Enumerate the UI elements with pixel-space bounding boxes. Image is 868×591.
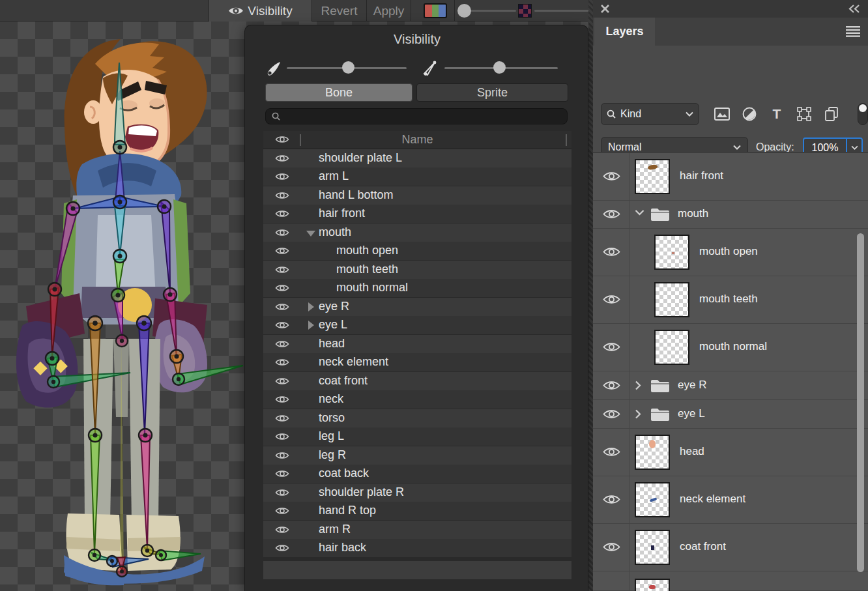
layer-row[interactable]: coat front (593, 524, 868, 571)
layer-thumbnail[interactable] (654, 282, 689, 317)
collapse-triangle-icon[interactable] (308, 321, 314, 330)
visibility-eye-icon[interactable] (275, 265, 289, 274)
bone-row[interactable]: coat front (263, 372, 571, 390)
bone-row[interactable]: mouth open (263, 242, 571, 260)
bone-row[interactable]: leg L (263, 427, 571, 446)
bone-row[interactable]: shoulder plate R (263, 483, 571, 502)
filter-toggle[interactable] (858, 103, 868, 125)
layer-row[interactable]: mouth normal (593, 324, 868, 371)
visibility-tab-button[interactable]: Visibility (209, 0, 311, 22)
visibility-eye-icon[interactable] (275, 283, 289, 293)
visibility-eye-icon[interactable] (275, 488, 289, 497)
layer-group-row[interactable]: eye R (593, 371, 868, 400)
layer-visibility-toggle[interactable] (593, 371, 630, 399)
visibility-eye-icon[interactable] (275, 543, 289, 553)
layer-visibility-toggle[interactable] (593, 571, 630, 590)
visibility-eye-icon[interactable] (275, 228, 289, 237)
visibility-eye-icon[interactable] (275, 191, 289, 200)
layer-row[interactable]: hair front (593, 153, 868, 201)
layer-visibility-toggle[interactable] (593, 476, 630, 523)
filter-pixel-layers-icon[interactable] (713, 106, 731, 123)
layers-scrollbar[interactable] (857, 233, 864, 572)
bone-row[interactable]: head (263, 335, 571, 353)
filter-adjustment-layers-icon[interactable] (740, 106, 759, 123)
expand-triangle-open-icon[interactable] (306, 231, 315, 237)
bone-row[interactable]: mouth teeth (263, 261, 571, 279)
bone-row[interactable]: neck (263, 390, 571, 409)
filter-shape-layers-icon[interactable] (795, 106, 813, 123)
collapse-triangle-icon[interactable] (308, 302, 314, 311)
visibility-eye-icon[interactable] (275, 451, 289, 460)
toolbar-pattern-swatch[interactable] (518, 4, 532, 18)
close-icon[interactable] (601, 5, 609, 13)
layer-thumbnail[interactable] (635, 159, 670, 194)
toolbar-slider-1-knob[interactable] (457, 4, 471, 18)
layer-thumbnail[interactable] (654, 235, 689, 270)
toolbar-slider-2-track[interactable] (534, 10, 591, 12)
bone-row[interactable]: hair front (263, 205, 571, 223)
bone-row[interactable]: shoulder plate L (263, 149, 571, 167)
bone-row[interactable]: hair back (263, 539, 571, 557)
apply-button[interactable]: Apply (367, 0, 411, 22)
visibility-eye-icon[interactable] (275, 246, 289, 255)
group-collapsed-chevron-icon[interactable] (635, 381, 641, 390)
tab-sprite[interactable]: Sprite (416, 83, 568, 102)
tab-layers[interactable]: Layers (594, 18, 655, 46)
layer-thumbnail[interactable] (635, 482, 670, 517)
visibility-eye-icon[interactable] (275, 525, 289, 534)
visibility-eye-icon[interactable] (275, 302, 289, 311)
layer-visibility-toggle[interactable] (593, 229, 630, 276)
visibility-eye-icon[interactable] (275, 432, 289, 441)
layer-group-row[interactable]: eye L (593, 400, 868, 429)
search-field[interactable] (265, 108, 568, 124)
layer-thumbnail[interactable] (635, 435, 670, 470)
visibility-eye-icon[interactable] (275, 377, 289, 386)
bone-row[interactable]: mouth (263, 223, 571, 242)
layer-row[interactable]: mouth open (593, 229, 868, 276)
layer-visibility-toggle[interactable] (593, 201, 630, 228)
layer-row[interactable]: head (593, 429, 868, 476)
bone-row[interactable]: eye R (263, 298, 571, 316)
layer-visibility-toggle[interactable] (593, 276, 630, 323)
layer-row[interactable]: neck element (593, 476, 868, 524)
layer-row[interactable]: mouth teeth (593, 276, 868, 324)
layer-thumbnail[interactable] (635, 530, 670, 565)
layer-thumbnail[interactable] (654, 330, 689, 365)
bone-row[interactable]: arm L (263, 167, 571, 186)
bone-size-slider-knob[interactable] (342, 61, 354, 74)
filter-smart-objects-icon[interactable] (822, 106, 841, 123)
toolbar-slider-1-track[interactable] (464, 10, 516, 12)
visibility-eye-icon[interactable] (275, 469, 289, 478)
group-expand-chevron-icon[interactable] (635, 209, 644, 216)
visibility-eye-icon[interactable] (275, 358, 289, 367)
visibility-eye-icon[interactable] (275, 172, 289, 181)
bone-row[interactable]: hand R top (263, 502, 571, 520)
visibility-eye-icon[interactable] (275, 321, 289, 330)
visibility-eye-icon[interactable] (275, 414, 289, 423)
filter-type-layers-icon[interactable]: T (768, 106, 786, 123)
sprite-opacity-slider-knob[interactable] (493, 61, 506, 74)
search-input[interactable] (284, 111, 558, 122)
layer-visibility-toggle[interactable] (593, 400, 630, 428)
bone-row[interactable]: torso (263, 409, 571, 427)
visibility-eye-icon[interactable] (275, 506, 289, 515)
layer-thumbnail[interactable] (635, 579, 670, 591)
layer-group-row[interactable]: mouth (593, 201, 868, 229)
color-swatch-button[interactable] (424, 3, 447, 18)
layer-visibility-toggle[interactable] (593, 429, 630, 476)
layer-visibility-toggle[interactable] (593, 324, 630, 371)
bone-row[interactable]: leg R (263, 446, 571, 465)
bone-row[interactable]: hand L bottom (263, 186, 571, 205)
bone-row[interactable]: coat back (263, 465, 571, 483)
collapse-panel-icon[interactable] (848, 5, 860, 13)
kind-filter-dropdown[interactable]: Kind (601, 103, 699, 125)
revert-button[interactable]: Revert (312, 0, 366, 22)
bone-row[interactable]: arm R (263, 521, 571, 539)
tab-bone[interactable]: Bone (265, 83, 412, 102)
panel-menu-icon[interactable] (846, 26, 860, 37)
visibility-eye-icon[interactable] (275, 154, 289, 163)
group-collapsed-chevron-icon[interactable] (635, 409, 641, 419)
layer-row-partial[interactable] (593, 571, 868, 591)
bone-row[interactable]: mouth normal (263, 279, 571, 297)
visibility-eye-icon[interactable] (275, 209, 289, 218)
